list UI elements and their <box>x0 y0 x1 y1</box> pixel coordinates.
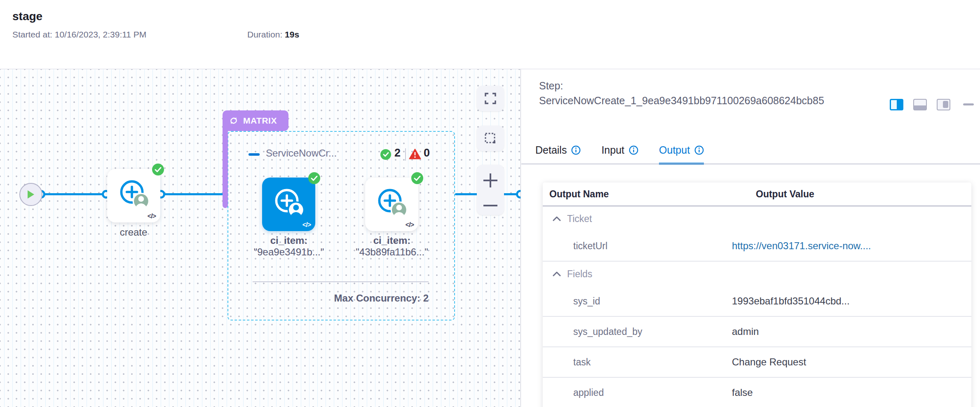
table-row: ticketUrl https://ven03171.service-now..… <box>543 231 971 262</box>
started-at: Started at: 10/16/2023, 2:39:11 PM <box>12 30 146 40</box>
node-create[interactable]: </> <box>107 169 160 222</box>
step-details-panel: Step: ServiceNowCreate_1_9ea9e3491bb9711… <box>521 69 980 407</box>
step-name: ServiceNowCreate_1_9ea9e3491bb971100269a… <box>539 93 844 108</box>
table-row: task Change Request <box>543 347 971 378</box>
zoom-in-icon[interactable] <box>483 173 497 187</box>
code-glyph-icon: </> <box>406 221 414 229</box>
port-canvas-out <box>516 190 521 199</box>
group-label: Ticket <box>567 213 592 225</box>
code-glyph-icon: </> <box>302 221 311 229</box>
ticket-url-link[interactable]: https://ven03171.service-now.... <box>732 240 871 252</box>
table-row: applied false <box>543 378 971 407</box>
matrix-node-2-label: ci_item: "43b89fa11b6..." <box>338 235 445 258</box>
create-step-icon <box>116 176 152 212</box>
matrix-group-title: ServiceNowCr... <box>266 147 337 159</box>
select-area-button[interactable] <box>477 126 504 151</box>
node-create-label: create <box>101 227 166 238</box>
output-name: sys_updated_by <box>543 326 732 337</box>
success-badge-icon <box>308 172 320 184</box>
started-at-label: Started at: <box>12 30 52 39</box>
col-output-value: Output Value <box>756 189 814 200</box>
matrix-node-2[interactable]: </> <box>365 178 418 231</box>
start-node[interactable] <box>19 183 42 206</box>
success-count: 2 <box>394 147 401 159</box>
chevron-up-icon[interactable] <box>553 216 561 221</box>
zoom-out-icon[interactable] <box>483 205 497 206</box>
max-concurrency: Max Concurrency: 2 <box>253 292 429 304</box>
tabs-divider <box>521 164 980 164</box>
create-step-icon <box>271 185 307 220</box>
matrix-node-1[interactable]: </> <box>262 178 315 231</box>
loop-icon <box>228 115 239 126</box>
edge-create-matrix <box>161 193 225 195</box>
started-at-value: 10/16/2023, 2:39:11 PM <box>55 30 147 39</box>
fit-to-screen-button[interactable] <box>477 86 504 111</box>
edge-start-create <box>41 193 106 195</box>
warning-icon <box>409 148 421 160</box>
layout-bottom-panel-button[interactable] <box>913 99 927 110</box>
matrix-divider <box>253 281 429 282</box>
minimize-panel-icon[interactable] <box>963 103 974 105</box>
step-label: Step: <box>539 78 844 93</box>
step-tabs: Details Input Output <box>535 144 704 162</box>
layout-floating-panel-button[interactable] <box>937 99 950 110</box>
tab-input[interactable]: Input <box>601 144 638 162</box>
info-icon <box>629 145 638 155</box>
duration: Duration: 19s <box>247 30 299 40</box>
marquee-select-icon <box>484 132 497 145</box>
table-row: sys_updated_by admin <box>543 317 971 347</box>
tab-output[interactable]: Output <box>659 144 704 162</box>
output-value: admin <box>732 326 759 337</box>
failed-count: 0 <box>424 147 430 159</box>
duration-value: 19s <box>285 30 299 39</box>
group-fields[interactable]: Fields <box>543 262 971 286</box>
output-name: ticketUrl <box>543 241 732 252</box>
zoom-control[interactable] <box>477 165 504 215</box>
output-name: task <box>543 357 732 368</box>
page-title: stage <box>12 10 42 23</box>
count-separator <box>405 148 406 161</box>
table-row: sys_id 1993ebaf1bfd351044cbd... <box>543 286 971 317</box>
output-value: false <box>732 387 753 398</box>
tab-details[interactable]: Details <box>535 144 581 162</box>
chevron-up-icon[interactable] <box>553 271 561 276</box>
success-count-icon <box>380 149 391 160</box>
matrix-accent-bar <box>223 123 228 208</box>
matrix-group-box[interactable]: ServiceNowCr... 2 0 </> <box>227 131 455 320</box>
matrix-badge[interactable]: MATRIX <box>223 110 288 131</box>
create-step-icon <box>374 185 410 220</box>
info-icon <box>571 145 581 155</box>
success-badge-icon <box>152 164 164 175</box>
col-output-name: Output Name <box>543 189 756 200</box>
fullscreen-icon <box>484 92 497 105</box>
table-header-row: Output Name Output Value <box>543 182 971 206</box>
output-value: Change Request <box>732 356 806 368</box>
pipeline-canvas[interactable]: </> create MATRIX ServiceNowCr... 2 0 <box>0 69 521 407</box>
group-label: Fields <box>567 269 592 280</box>
matrix-badge-label: MATRIX <box>243 116 277 126</box>
output-name: sys_id <box>543 296 732 307</box>
step-title: Step: ServiceNowCreate_1_9ea9e3491bb9711… <box>539 78 844 108</box>
output-table: Output Name Output Value Ticket ticketUr… <box>543 182 971 407</box>
stage-header: stage Started at: 10/16/2023, 2:39:11 PM… <box>0 0 980 69</box>
layout-right-panel-button[interactable] <box>890 99 903 110</box>
code-glyph-icon: </> <box>148 213 156 220</box>
duration-label: Duration: <box>247 30 282 39</box>
info-icon <box>694 145 704 155</box>
matrix-node-1-label: ci_item: "9ea9e3491b..." <box>235 235 342 258</box>
play-icon <box>27 189 35 199</box>
collapse-icon[interactable] <box>249 153 260 156</box>
output-name: applied <box>543 387 732 398</box>
output-value: 1993ebaf1bfd351044cbd... <box>732 295 850 307</box>
group-ticket[interactable]: Ticket <box>543 206 971 231</box>
success-badge-icon <box>411 172 423 184</box>
